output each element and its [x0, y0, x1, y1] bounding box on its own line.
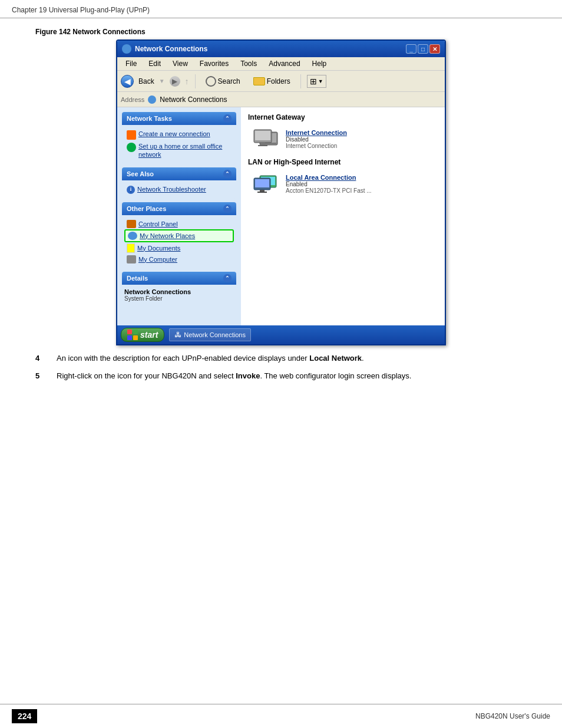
my-documents-item[interactable]: My Documents	[124, 242, 234, 254]
other-places-collapse-btn[interactable]: ⌃	[223, 205, 232, 213]
logo-q2	[133, 330, 138, 334]
see-also-header: See Also ⌃	[122, 167, 236, 180]
window-icon	[122, 44, 131, 54]
svg-rect-10	[255, 179, 269, 187]
up-button[interactable]: ↑	[185, 77, 189, 86]
dropdown-arrow-icon[interactable]: ▼	[159, 78, 165, 84]
step-5-num: 5	[35, 370, 47, 382]
xp-window: Network Connections _ □ ✕ File Edit View…	[116, 39, 446, 345]
xp-titlebar: Network Connections _ □ ✕	[117, 41, 445, 57]
internet-connection-item[interactable]: Internet Connection Disabled Internet Co…	[248, 126, 438, 152]
see-also-collapse-btn[interactable]: ⌃	[223, 170, 232, 178]
svg-rect-5	[260, 143, 265, 145]
toolbar-separator-2	[300, 74, 301, 88]
network-places-label: My Network Places	[140, 232, 195, 239]
network-tasks-label: Network Tasks	[127, 115, 172, 122]
folder-icon	[253, 77, 265, 85]
internet-conn-icon	[252, 129, 280, 150]
lan-connection-item[interactable]: Local Area Connection Enabled Accton EN1…	[248, 171, 438, 197]
titlebar-buttons: _ □ ✕	[406, 44, 440, 54]
my-computer-item[interactable]: My Computer	[124, 254, 234, 265]
network-tasks-header: Network Tasks ⌃	[122, 112, 236, 125]
main-content: Figure 142 Network Connections Network C…	[0, 28, 562, 345]
folders-button[interactable]: Folders	[249, 75, 295, 87]
create-connection-label: Create a new connection	[138, 130, 210, 138]
logo-q1	[127, 330, 132, 334]
step-5-bold: Invoke	[236, 371, 260, 380]
page-number: 224	[12, 709, 37, 723]
internet-conn-desc: Internet Connection	[286, 143, 347, 149]
troubleshooter-label: Network Troubleshooter	[137, 185, 206, 193]
details-collapse-btn[interactable]: ⌃	[223, 274, 232, 282]
search-icon	[206, 76, 216, 87]
xp-toolbar: ◀ Back ▼ ▶ ↑ Search Folders ⊞ ▼	[117, 71, 445, 92]
other-places-label: Other Places	[127, 205, 166, 212]
menu-favorites[interactable]: Favorites	[195, 58, 233, 69]
page-header: Chapter 19 Universal Plug-and-Play (UPnP…	[0, 0, 562, 18]
taskbar-network-connections[interactable]: 🖧 Network Connections	[169, 328, 251, 341]
see-also-label: See Also	[127, 170, 154, 177]
internet-gateway-heading: Internet Gateway	[248, 113, 438, 121]
menu-view[interactable]: View	[168, 58, 193, 69]
step-4-text: An icon with the description for each UP…	[57, 353, 364, 364]
svg-rect-12	[257, 192, 267, 193]
minimize-button[interactable]: _	[406, 44, 416, 54]
create-connection-item[interactable]: Create a new connection	[124, 129, 234, 141]
documents-label: My Documents	[137, 245, 180, 252]
menu-help[interactable]: Help	[308, 58, 332, 69]
svg-rect-6	[258, 145, 267, 146]
search-button[interactable]: Search	[201, 74, 244, 88]
menu-file[interactable]: File	[121, 58, 141, 69]
back-button[interactable]: ◀	[121, 75, 134, 88]
xp-taskbar: start 🖧 Network Connections	[117, 325, 445, 344]
setup-network-item[interactable]: Set up a home or small office network	[124, 141, 234, 160]
xp-menubar: File Edit View Favorites Tools Advanced …	[117, 57, 445, 71]
back-label: Back	[138, 77, 154, 85]
forward-button[interactable]: ▶	[170, 76, 180, 87]
maximize-button[interactable]: □	[418, 44, 428, 54]
xp-body: Network Tasks ⌃ Create a new connection …	[117, 107, 445, 325]
documents-icon	[127, 243, 135, 253]
views-button[interactable]: ⊞ ▼	[307, 75, 326, 88]
step-5-text: Right-click on the icon for your NBG420N…	[57, 370, 411, 382]
menu-tools[interactable]: Tools	[236, 58, 262, 69]
see-also-body: i Network Troubleshooter	[122, 180, 236, 199]
network-tasks-collapse-btn[interactable]: ⌃	[223, 114, 232, 123]
start-label: start	[140, 330, 158, 340]
internet-conn-name: Internet Connection	[286, 129, 347, 136]
body-text: 4 An icon with the description for each …	[0, 345, 562, 394]
lan-conn-status: Enabled	[286, 181, 372, 187]
close-button[interactable]: ✕	[429, 44, 440, 54]
toolbar-separator	[195, 74, 196, 88]
start-button[interactable]: start	[121, 328, 164, 342]
details-body: Network Connections System Folder	[122, 285, 236, 305]
step-4-bold: Local Network	[309, 354, 362, 363]
details-header: Details ⌃	[122, 272, 236, 285]
taskbar-item-label: Network Connections	[184, 331, 246, 338]
details-title: Network Connections	[124, 288, 234, 295]
steps-list: 4 An icon with the description for each …	[35, 353, 527, 381]
details-section: Details ⌃ Network Connections System Fol…	[122, 272, 236, 305]
my-network-places-item[interactable]: My Network Places	[124, 229, 234, 242]
xp-addressbar: Address Network Connections	[117, 92, 445, 107]
guide-name: NBG420N User's Guide	[475, 712, 550, 720]
control-panel-item[interactable]: Control Panel	[124, 219, 234, 229]
chapter-title: Chapter 19 Universal Plug-and-Play (UPnP…	[12, 6, 150, 14]
xp-left-panel: Network Tasks ⌃ Create a new connection …	[117, 107, 241, 325]
internet-conn-text: Internet Connection Disabled Internet Co…	[286, 129, 347, 149]
page-footer: 224 NBG420N User's Guide	[0, 704, 562, 728]
menu-advanced[interactable]: Advanced	[264, 58, 305, 69]
logo-q4	[133, 335, 138, 340]
other-places-header: Other Places ⌃	[122, 202, 236, 215]
step-5: 5 Right-click on the icon for your NBG42…	[35, 370, 527, 382]
control-panel-icon	[127, 220, 136, 228]
details-label: Details	[127, 275, 148, 282]
network-tasks-section: Network Tasks ⌃ Create a new connection …	[122, 112, 236, 164]
search-label: Search	[218, 77, 240, 85]
lan-heading: LAN or High-Speed Internet	[248, 158, 438, 166]
window-title: Network Connections	[135, 45, 207, 53]
network-troubleshooter-item[interactable]: i Network Troubleshooter	[124, 184, 234, 195]
figure-caption: Figure 142 Network Connections	[35, 28, 527, 36]
taskbar-icon: 🖧	[174, 331, 181, 339]
menu-edit[interactable]: Edit	[144, 58, 166, 69]
